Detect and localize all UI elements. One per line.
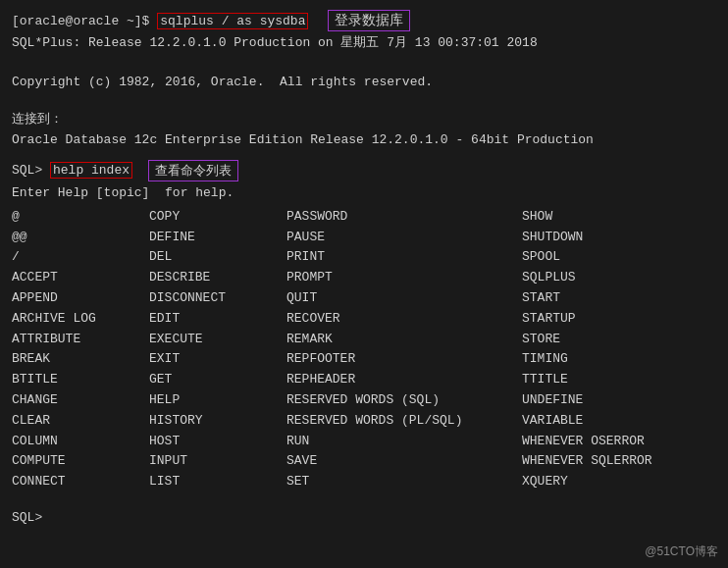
output-line-3 bbox=[12, 53, 716, 73]
cmd-cell: SHUTDOWN bbox=[522, 228, 699, 248]
cmd-col-3: PASSWORD PAUSE PRINT PROMPT QUIT RECOVER… bbox=[286, 207, 522, 492]
help-hint: Enter Help [topic] for help. bbox=[12, 183, 716, 203]
help-index-command: help index bbox=[50, 162, 132, 179]
output-line-2: SQL*Plus: Release 12.2.0.1.0 Production … bbox=[12, 33, 716, 53]
command-table: @ @@ / ACCEPT APPEND ARCHIVE LOG ATTRIBU… bbox=[12, 207, 716, 492]
cmd-cell: RESERVED WORDS (SQL) bbox=[286, 390, 522, 411]
cmd-cell: ACCEPT bbox=[12, 268, 149, 288]
cmd-cell: TTITLE bbox=[522, 370, 699, 390]
cmd-cell: PASSWORD bbox=[286, 207, 522, 228]
cmd-cell: HISTORY bbox=[149, 411, 286, 432]
connected-section: 连接到： Oracle Database 12c Enterprise Edit… bbox=[12, 110, 716, 149]
cmd-cell: EDIT bbox=[149, 309, 286, 330]
prompt-1: [oracle@oracle ~]$ bbox=[12, 14, 157, 28]
cmd-cell: DEFINE bbox=[149, 228, 286, 248]
cmd-cell: CLEAR bbox=[12, 411, 149, 432]
prompt-line-1: [oracle@oracle ~]$ sqlplus / as sysdba 登… bbox=[12, 10, 716, 31]
cmd-col-2: COPY DEFINE DEL DESCRIBE DISCONNECT EDIT… bbox=[149, 207, 286, 492]
sql-prompt-1: SQL> bbox=[12, 163, 50, 178]
cmd-cell: VARIABLE bbox=[522, 411, 699, 432]
cmd-cell: SPOOL bbox=[522, 247, 699, 268]
cmd-cell: APPEND bbox=[12, 288, 149, 309]
cmd-cell: @@ bbox=[12, 228, 149, 248]
cmd-cell: INPUT bbox=[149, 451, 286, 472]
cmd-col-4: SHOW SHUTDOWN SPOOL SQLPLUS START STARTU… bbox=[522, 207, 699, 492]
sqlplus-command: sqlplus / as sysdba bbox=[157, 13, 308, 29]
cmd-cell: START bbox=[522, 288, 699, 309]
cmd-cell: SET bbox=[286, 472, 522, 492]
cmd-cell: EXIT bbox=[149, 349, 286, 370]
cmd-cell: REPFOOTER bbox=[286, 349, 522, 370]
cmd-cell: HELP bbox=[149, 390, 286, 411]
final-sql-prompt-line: SQL> bbox=[12, 510, 716, 525]
cmd-cell: RUN bbox=[286, 432, 522, 452]
cmd-cell: GET bbox=[149, 370, 286, 390]
annotation-help: 查看命令列表 bbox=[148, 160, 238, 181]
cmd-cell: WHENEVER OSERROR bbox=[522, 432, 699, 452]
cmd-cell: BTITLE bbox=[12, 370, 149, 390]
cmd-cell: EXECUTE bbox=[149, 330, 286, 350]
cmd-cell: BREAK bbox=[12, 349, 149, 370]
cmd-cell: SQLPLUS bbox=[522, 268, 699, 288]
cmd-cell: COLUMN bbox=[12, 432, 149, 452]
connected-line: Oracle Database 12c Enterprise Edition R… bbox=[12, 130, 716, 150]
connected-label: 连接到： bbox=[12, 110, 716, 129]
cmd-cell: COMPUTE bbox=[12, 451, 149, 472]
cmd-cell: COPY bbox=[149, 207, 286, 228]
cmd-cell: / bbox=[12, 247, 149, 268]
cmd-cell: XQUERY bbox=[522, 472, 699, 492]
sql-help-line: SQL> help index 查看命令列表 bbox=[12, 160, 716, 181]
annotation-login: 登录数据库 bbox=[328, 10, 410, 31]
cmd-cell: SAVE bbox=[286, 451, 522, 472]
final-sql-prompt: SQL> bbox=[12, 510, 50, 525]
cmd-cell: ATTRIBUTE bbox=[12, 330, 149, 350]
cmd-cell: QUIT bbox=[286, 288, 522, 309]
cmd-cell: REPHEADER bbox=[286, 370, 522, 390]
cmd-cell: STORE bbox=[522, 330, 699, 350]
cmd-cell: DESCRIBE bbox=[149, 268, 286, 288]
cmd-cell: DEL bbox=[149, 247, 286, 268]
terminal: [oracle@oracle ~]$ sqlplus / as sysdba 登… bbox=[12, 10, 716, 525]
output-line-4: Copyright (c) 1982, 2016, Oracle. All ri… bbox=[12, 73, 716, 92]
cmd-cell: ARCHIVE LOG bbox=[12, 309, 149, 330]
cmd-cell: RECOVER bbox=[286, 309, 522, 330]
cmd-cell: DISCONNECT bbox=[149, 288, 286, 309]
cmd-cell: STARTUP bbox=[522, 309, 699, 330]
cmd-cell: PAUSE bbox=[286, 228, 522, 248]
cmd-cell: UNDEFINE bbox=[522, 390, 699, 411]
cmd-cell: RESERVED WORDS (PL/SQL) bbox=[286, 411, 522, 432]
cmd-cell: @ bbox=[12, 207, 149, 228]
cmd-cell: PROMPT bbox=[286, 268, 522, 288]
watermark: @51CTO博客 bbox=[645, 543, 718, 560]
cmd-cell: SHOW bbox=[522, 207, 699, 228]
cmd-cell: CHANGE bbox=[12, 390, 149, 411]
cmd-cell: TIMING bbox=[522, 349, 699, 370]
cmd-cell: REMARK bbox=[286, 330, 522, 350]
cmd-cell: HOST bbox=[149, 432, 286, 452]
cmd-col-1: @ @@ / ACCEPT APPEND ARCHIVE LOG ATTRIBU… bbox=[12, 207, 149, 492]
cmd-cell: PRINT bbox=[286, 247, 522, 268]
cmd-cell: WHENEVER SQLERROR bbox=[522, 451, 699, 472]
cmd-cell: CONNECT bbox=[12, 472, 149, 492]
cmd-cell: LIST bbox=[149, 472, 286, 492]
